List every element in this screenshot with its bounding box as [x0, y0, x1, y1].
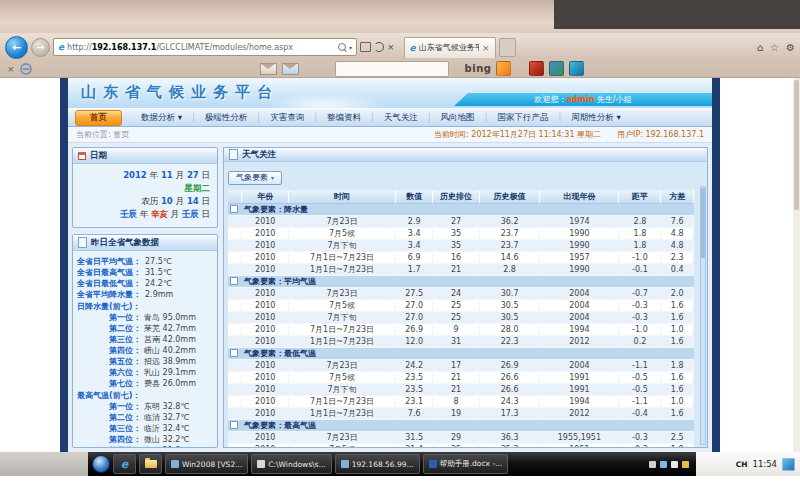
bing-tile-icon[interactable]: [496, 61, 511, 76]
favorites-star-icon[interactable]: ☆: [770, 42, 779, 53]
nav-item-7[interactable]: 国家下行产品: [488, 112, 557, 124]
taskbar-clock[interactable]: 11:54: [753, 459, 778, 469]
nav-item-1[interactable]: 数据分析 ▾: [132, 112, 191, 124]
table-row[interactable]: 20107月下旬23.52126.61991-0.51.6: [228, 383, 694, 395]
nav-item-3[interactable]: 灾害查询: [261, 112, 313, 124]
browser-forward-button[interactable]: →: [31, 38, 50, 57]
toolbar-app-icon-1[interactable]: [529, 61, 544, 76]
stat-value: 2.9mm: [145, 289, 173, 300]
rank-value: 招远 38.9mm: [144, 356, 196, 367]
nav-item-5[interactable]: 天气关注: [375, 112, 427, 124]
table-row[interactable]: 20107月23日27.52430.72004-0.72.0: [228, 287, 694, 299]
table-cell: 2010: [242, 299, 289, 311]
toolbar-app-icon-3[interactable]: [569, 61, 584, 76]
table-cell: 1月1日~7月23日: [289, 263, 396, 275]
browser-back-button[interactable]: ←: [5, 36, 28, 59]
table-row[interactable]: 20107月23日31.52936.31955,1951-0.32.5: [228, 431, 694, 443]
table-cell: 1994: [540, 395, 619, 407]
table-group-row[interactable]: 气象要素：最高气温: [228, 419, 694, 431]
table-row[interactable]: 20107月23日24.21726.92004-1.11.8: [228, 359, 694, 371]
checkbox[interactable]: [230, 277, 238, 285]
compatibility-view-icon[interactable]: [360, 42, 371, 52]
table-row[interactable]: 20101月1日~7月23日1.7212.81990-0.10.4: [228, 263, 694, 275]
tray-expand-icon[interactable]: [649, 461, 656, 468]
taskbar-window-button[interactable]: 帮助手册.docx -...: [423, 454, 509, 474]
nav-item-2[interactable]: 极端性分析: [196, 112, 257, 124]
table-row[interactable]: 20107月下旬27.02530.52004-0.31.6: [228, 311, 694, 323]
checkbox[interactable]: [230, 205, 238, 213]
tray-app-icon[interactable]: [682, 461, 689, 468]
table-row[interactable]: 20107月5候27.02530.52004-0.31.6: [228, 299, 694, 311]
taskbar-window-button[interactable]: C:\Windows\s...: [251, 454, 331, 474]
rank-label: 第二位：: [77, 323, 141, 334]
addon-icon[interactable]: [20, 63, 32, 75]
table-row[interactable]: 20107月1日~7月23日23.1824.31994-1.11.0: [228, 395, 694, 407]
table-cell: 17: [433, 359, 480, 371]
table-cell: 7月1日~7月23日: [289, 323, 396, 335]
refresh-icon[interactable]: [374, 42, 384, 52]
row-lead-cell: [228, 251, 242, 263]
close-toolbar-icon[interactable]: ×: [7, 64, 15, 74]
bing-logo[interactable]: bing: [465, 63, 492, 74]
rank-group-header: 日降水量(前七)：: [77, 301, 213, 312]
mail-open-icon[interactable]: [282, 63, 299, 75]
browser-scrollbar[interactable]: [793, 78, 800, 452]
show-desktop-button[interactable]: [782, 458, 795, 471]
table-cell: -0.5: [619, 383, 661, 395]
main-panel: 天气关注 气象要素▾ 年份时间数值历史排位历史极值出现年份距平方差气象要素：降水…: [223, 147, 708, 448]
taskbar-window-button[interactable]: 192.168.56.99...: [335, 454, 420, 474]
checkbox[interactable]: [230, 421, 238, 429]
table-cell: 2010: [242, 251, 289, 263]
table-header-cell: 历史排位: [433, 190, 480, 204]
toolbar-search-box[interactable]: [335, 61, 449, 77]
address-dropdown-icon[interactable]: ▾: [349, 44, 352, 51]
table-row[interactable]: 20107月23日2.92736.219742.87.6: [228, 215, 694, 227]
start-button[interactable]: [92, 455, 110, 473]
panel-scrollbar[interactable]: [700, 186, 706, 445]
table-row[interactable]: 20101月1日~7月23日12.03122.320120.21.6: [228, 335, 694, 347]
table-row[interactable]: 20107月5候23.52126.61991-0.51.6: [228, 371, 694, 383]
taskbar-ie-button[interactable]: e: [113, 454, 136, 474]
home-icon[interactable]: ⌂: [757, 42, 763, 53]
nav-item-8[interactable]: 周期性分析 ▾: [562, 112, 629, 124]
search-icon[interactable]: [338, 43, 346, 51]
new-tab-button[interactable]: [499, 38, 516, 57]
checkbox[interactable]: [230, 349, 238, 357]
language-indicator[interactable]: CH: [736, 460, 748, 469]
address-bar[interactable]: e http://192.168.137.1/GLCCLIMATE/module…: [53, 38, 357, 56]
table-group-row[interactable]: 气象要素：降水量: [228, 203, 694, 215]
table-cell: -1.1: [619, 359, 661, 371]
table-cell: 2010: [242, 227, 289, 239]
status-row: 当前位置: 首页 当前时间: 2012年11月27日 11:14:31 星期二 …: [68, 127, 712, 143]
toolbar-app-icon-2[interactable]: [549, 61, 564, 76]
browser-tab[interactable]: e 山东省气候业务平... ×: [404, 37, 496, 58]
content-area: 日期 2012 年 11 月 27 日星期二农历 10 月 14 日壬辰 年 辛…: [68, 143, 712, 452]
nav-item-6[interactable]: 风向地图: [432, 112, 484, 124]
taskbar-explorer-button[interactable]: [139, 454, 162, 474]
element-filter-button[interactable]: 气象要素▾: [228, 171, 282, 185]
table-row[interactable]: 20107月1日~7月23日26.9928.01994-1.01.0: [228, 323, 694, 335]
table-row[interactable]: 20107月下旬3.43523.719901.84.8: [228, 239, 694, 251]
table-cell: 24: [433, 287, 480, 299]
nav-item-home[interactable]: 首页: [75, 110, 122, 126]
tray-volume-icon[interactable]: [671, 461, 678, 468]
tray-network-icon[interactable]: [660, 461, 667, 468]
mail-icon[interactable]: [260, 63, 277, 75]
table-cell: 2010: [242, 287, 289, 299]
table-group-row[interactable]: 气象要素：最低气温: [228, 347, 694, 359]
table-group-row[interactable]: 气象要素：平均气温: [228, 275, 694, 287]
taskbar-window-button[interactable]: Win2008 [VS2...: [165, 454, 248, 474]
rank-value: 莒南 42.0mm: [144, 334, 196, 345]
rank-value: 费县 26.0mm: [144, 378, 196, 389]
tools-gear-icon[interactable]: ⚙: [786, 42, 795, 53]
nav-item-4[interactable]: 整编资料: [318, 112, 370, 124]
table-row[interactable]: 20107月5候3.43523.719901.84.8: [228, 227, 694, 239]
table-cell: 1.6: [661, 371, 694, 383]
stop-icon[interactable]: ×: [387, 42, 395, 52]
table-row[interactable]: 20107月1日~7月23日6.91614.61957-1.02.3: [228, 251, 694, 263]
table-row[interactable]: 20107月5候31.42535.31951-0.31.9: [228, 443, 694, 448]
rank-row: 第二位：莱芜 42.7mm: [77, 323, 213, 334]
table-row[interactable]: 20101月1日~7月23日7.61917.32012-0.41.6: [228, 407, 694, 419]
table-cell: 7.6: [396, 407, 433, 419]
tab-close-icon[interactable]: ×: [482, 43, 490, 53]
